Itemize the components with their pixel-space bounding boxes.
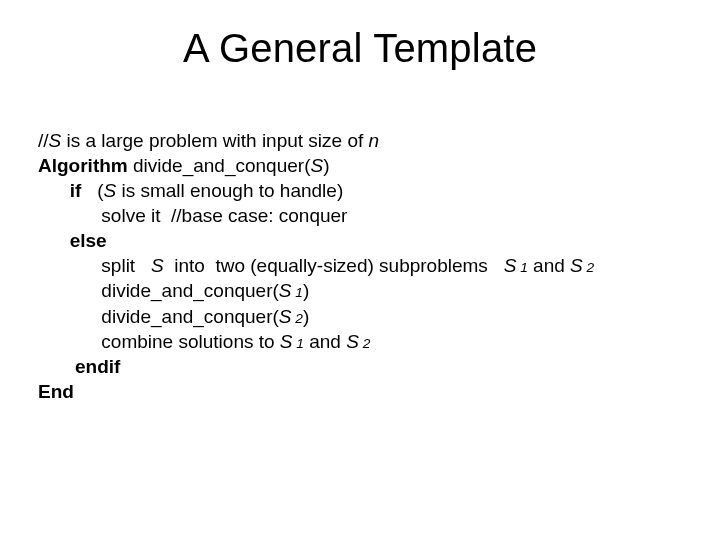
var-n: n	[369, 130, 380, 151]
keyword-end: End	[38, 381, 74, 402]
indent	[38, 180, 70, 201]
text: combine solutions to	[101, 331, 280, 352]
var-s2: S	[346, 331, 359, 352]
keyword-algorithm: Algorithm	[38, 155, 133, 176]
sub-2: 2	[292, 311, 303, 326]
code-line-1: //S is a large problem with input size o…	[38, 128, 678, 153]
indent	[38, 306, 101, 327]
keyword-else: else	[70, 230, 107, 251]
slide-title: A General Template	[0, 26, 720, 71]
slide: A General Template //S is a large proble…	[0, 0, 720, 540]
fn-name: divide_and_conquer(	[101, 306, 278, 327]
indent	[38, 356, 75, 377]
var-s: S	[279, 280, 292, 301]
code-line-7: divide_and_conquer(S 1)	[38, 278, 678, 303]
var-s1: S	[504, 255, 517, 276]
text: )	[303, 280, 309, 301]
indent	[38, 230, 70, 251]
code-line-3: if (S is small enough to handle)	[38, 178, 678, 203]
text: split	[101, 255, 151, 276]
code-line-5: else	[38, 228, 678, 253]
code-line-10: endif	[38, 354, 678, 379]
indent	[38, 255, 101, 276]
indent	[38, 205, 101, 226]
sub-2: 2	[583, 260, 594, 275]
code-line-4: solve it //base case: conquer	[38, 203, 678, 228]
code-line-8: divide_and_conquer(S 2)	[38, 304, 678, 329]
text: )	[323, 155, 329, 176]
text: into two (equally-sized) subproblems	[164, 255, 504, 276]
text: solve it //base case: conquer	[101, 205, 347, 226]
indent	[38, 331, 101, 352]
var-s: S	[310, 155, 323, 176]
fn-name: divide_and_conquer(	[101, 280, 278, 301]
var-s: S	[151, 255, 164, 276]
code-line-2: Algorithm divide_and_conquer(S)	[38, 153, 678, 178]
text: is a large problem with input size of	[61, 130, 368, 151]
fn-name: divide_and_conquer(	[133, 155, 310, 176]
text: )	[303, 306, 309, 327]
var-s: S	[103, 180, 116, 201]
var-s1: S	[280, 331, 293, 352]
text: and	[304, 331, 346, 352]
keyword-endif: endif	[75, 356, 120, 377]
sub-1: 1	[292, 285, 303, 300]
keyword-if: if	[70, 180, 82, 201]
var-s: S	[279, 306, 292, 327]
code-line-6: split S into two (equally-sized) subprob…	[38, 253, 678, 278]
text: and	[528, 255, 570, 276]
code-line-9: combine solutions to S 1 and S 2	[38, 329, 678, 354]
text: //	[38, 130, 49, 151]
sub-1: 1	[516, 260, 527, 275]
text: is small enough to handle)	[116, 180, 343, 201]
text: (	[81, 180, 103, 201]
var-s: S	[49, 130, 62, 151]
slide-body: //S is a large problem with input size o…	[38, 128, 678, 404]
sub-2: 2	[359, 336, 370, 351]
var-s2: S	[570, 255, 583, 276]
sub-1: 1	[293, 336, 304, 351]
code-line-11: End	[38, 379, 678, 404]
indent	[38, 280, 101, 301]
